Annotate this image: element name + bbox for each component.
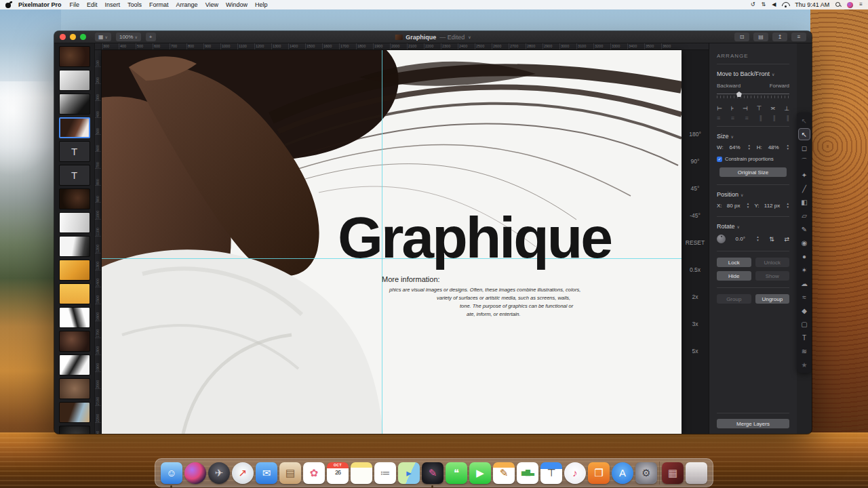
canvas-body-text[interactable]: phics are visual images or designs. Ofte… [389, 287, 580, 293]
align-right-icon[interactable]: ⊣ [743, 105, 748, 112]
menu-item[interactable]: Edit [87, 1, 98, 8]
pen-tool[interactable]: ◆ [798, 304, 810, 317]
rotation-preset-label[interactable]: RESET [686, 239, 705, 246]
rotation-preset-label[interactable]: 3x [692, 321, 698, 327]
apple-menu-icon[interactable] [5, 2, 12, 8]
lasso-tool[interactable]: ⌒ [798, 155, 810, 168]
layer-thumbnail[interactable] [59, 283, 90, 304]
layer-thumbnail[interactable] [59, 46, 90, 67]
layer-thumbnail[interactable] [59, 354, 90, 375]
menu-item[interactable]: File [70, 1, 80, 8]
dock-messages[interactable]: ❝ [446, 462, 467, 484]
updown-arrows-icon[interactable]: ⇅ [761, 2, 766, 7]
dock-launchpad[interactable]: ✈ [208, 462, 230, 484]
layer-thumbnail[interactable] [59, 70, 90, 91]
canvas-body-text[interactable]: ate, inform, or entertain. [467, 311, 521, 317]
layer-thumbnail[interactable] [59, 117, 90, 138]
canvas-body-text[interactable]: variety of surfaces or artistic media, s… [437, 295, 570, 301]
layer-thumbnail[interactable]: T [59, 141, 90, 162]
layer-thumbnail[interactable] [59, 94, 90, 115]
x-stepper[interactable]: ▲▼ [747, 203, 749, 209]
rotation-preset-label[interactable]: 2x [692, 293, 698, 300]
layer-thumbnail[interactable] [59, 378, 90, 399]
position-section-dropdown[interactable]: Position∨ [717, 191, 789, 198]
rotation-preset-label[interactable]: 0.5x [690, 266, 701, 273]
dock-books[interactable]: ❐ [588, 462, 610, 484]
merge-layers-button[interactable]: Merge Layers [717, 419, 789, 428]
layer-thumbnail[interactable] [59, 426, 90, 434]
y-stepper[interactable]: ▲▼ [787, 203, 789, 209]
blur-tool[interactable]: ☁ [798, 277, 810, 290]
eraser-tool[interactable]: ▱ [798, 209, 810, 222]
effects-tool[interactable]: ★ [798, 358, 810, 371]
document-canvas[interactable]: Graphique More information: phics are vi… [102, 50, 682, 434]
distribute-middle-icon[interactable]: ∥ [772, 115, 776, 121]
type-tool[interactable]: T [798, 331, 810, 344]
distribute-right-icon[interactable]: ≡ [745, 115, 749, 121]
arrange-tool[interactable]: ↖ [798, 128, 810, 140]
dock-facetime[interactable]: ▶ [469, 462, 491, 484]
rotation-preset-label[interactable]: 45° [691, 185, 700, 192]
dock-itunes[interactable]: ♪ [564, 462, 586, 484]
menu-item[interactable]: Window [226, 1, 248, 8]
layer-thumbnail[interactable] [59, 236, 90, 257]
slider-thumb[interactable] [736, 92, 742, 97]
dock-numbers[interactable]: ▅▇▃ [517, 462, 538, 484]
rotation-preset-label[interactable]: 90° [691, 158, 700, 165]
menu-item[interactable]: Tools [127, 1, 142, 8]
shape-tool[interactable]: ▢ [798, 317, 810, 331]
dock-calendar[interactable]: OCT 26 [327, 462, 349, 484]
preview-icon[interactable]: ▤ [753, 33, 768, 41]
line-tool[interactable]: ╱ [798, 182, 810, 195]
document-title[interactable]: Graphique — Edited ∨ [395, 34, 471, 41]
color-fill-tool[interactable]: ◧ [798, 195, 810, 209]
layer-thumbnail[interactable]: T [59, 165, 90, 186]
notification-center-icon[interactable]: ≡ [859, 2, 863, 7]
rotate-stepper[interactable]: ▲▼ [756, 236, 759, 242]
brush-tool[interactable]: ● [798, 249, 810, 263]
ungroup-button[interactable]: Ungroup [755, 294, 790, 304]
menu-item[interactable]: View [205, 1, 218, 8]
dock-reminders[interactable]: ≔ [374, 462, 396, 484]
layer-thumbnail[interactable] [59, 188, 90, 209]
lock-button[interactable]: Lock [717, 258, 751, 267]
fullscreen-window-button[interactable] [80, 34, 86, 40]
constrain-proportions-checkbox[interactable]: ✓ [717, 157, 722, 162]
menu-item[interactable]: Insert [105, 1, 121, 8]
dock-safari[interactable]: ↗ [232, 462, 254, 484]
dock-contacts[interactable]: ▤ [279, 462, 301, 484]
rotate-dial[interactable] [717, 235, 726, 243]
flip-horizontal-icon[interactable]: ⇄ [784, 236, 789, 243]
rotation-preset-label[interactable]: -45° [690, 212, 701, 219]
time-machine-icon[interactable]: ↺ [751, 2, 755, 7]
width-stepper[interactable]: ▲▼ [747, 144, 750, 150]
dock-notes[interactable] [351, 462, 372, 484]
move-to-back-front-dropdown[interactable]: Move to Back/Front∨ [717, 70, 789, 77]
pencil-tool[interactable]: ✎ [798, 222, 810, 236]
minimize-window-button[interactable] [70, 34, 76, 40]
canvas-headline-text[interactable]: Graphique [338, 208, 611, 266]
distribute-center-h-icon[interactable]: ≡ [731, 115, 734, 121]
dock-system-preferences[interactable]: ⚙ [635, 462, 657, 484]
siri-icon[interactable] [847, 2, 853, 8]
smudge-tool[interactable]: ≈ [798, 290, 810, 304]
spotlight-search-icon[interactable] [835, 2, 841, 7]
rotate-angle-field[interactable]: 0.0° [736, 236, 745, 242]
dock-siri[interactable] [184, 462, 206, 484]
app-menu[interactable]: Pixelmator Pro [18, 1, 62, 8]
add-button[interactable]: + [146, 33, 156, 41]
crop-icon[interactable]: ⊡ [734, 33, 749, 41]
layer-thumbnail[interactable] [59, 331, 90, 352]
rect-select-tool[interactable]: ◻ [798, 141, 810, 155]
sharpen-tool[interactable]: ✶ [798, 263, 810, 277]
dock-trash[interactable] [686, 462, 707, 484]
dock-pages[interactable]: ✎ [493, 462, 515, 484]
x-field[interactable]: 80 px [727, 203, 741, 209]
layer-thumbnail[interactable] [59, 260, 90, 281]
warp-tool[interactable]: ≋ [798, 344, 810, 358]
rotate-section-dropdown[interactable]: Rotate∨ [717, 223, 789, 230]
distribute-bottom-icon[interactable]: ∥ [786, 115, 789, 121]
back-front-slider[interactable] [717, 91, 789, 99]
dock-mail[interactable]: ✉ [256, 462, 277, 484]
dock-app-store[interactable]: A [612, 462, 633, 484]
